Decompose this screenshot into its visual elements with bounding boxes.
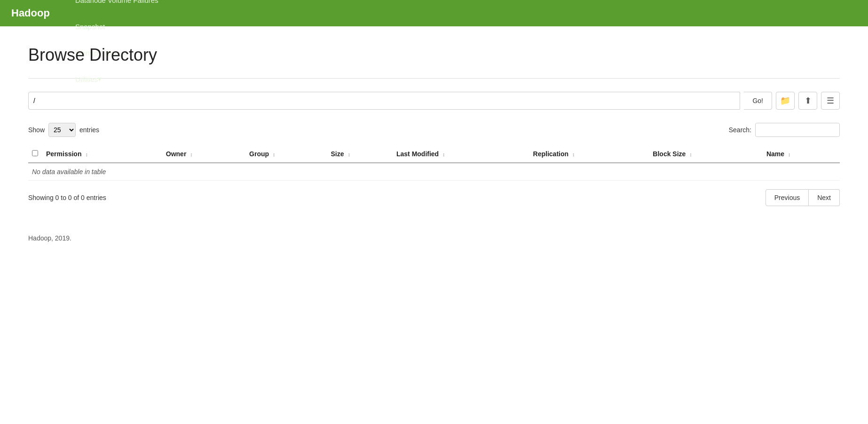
no-data-cell: No data available in table — [28, 163, 840, 181]
folder-button[interactable]: 📁 — [776, 92, 795, 110]
th-owner-label: Owner — [166, 150, 187, 158]
th-permission[interactable]: Permission ↕ — [42, 145, 162, 163]
sort-icon-name: ↕ — [788, 152, 791, 157]
footer: Hadoop, 2019. — [28, 234, 840, 242]
search-label: Search: — [729, 126, 751, 134]
th-last-modified[interactable]: Last Modified ↕ — [393, 145, 529, 163]
pagination-row: Showing 0 to 0 of 0 entries Previous Nex… — [28, 189, 840, 206]
brand-logo: Hadoop — [11, 7, 50, 19]
th-owner[interactable]: Owner ↕ — [162, 145, 245, 163]
showing-text: Showing 0 to 0 of 0 entries — [28, 194, 106, 201]
entries-select[interactable]: 102550100 — [48, 123, 76, 137]
navbar: Hadoop OverviewDatanodesDatanode Volume … — [0, 0, 868, 26]
main-content: Browse Directory Go! 📁 ⬆ ☰ Show 10255010… — [0, 26, 868, 270]
th-block-size-label: Block Size — [653, 150, 686, 158]
list-icon: ☰ — [827, 96, 834, 106]
nav-link-utilities[interactable]: Utilities ▾ — [67, 66, 167, 92]
page-title: Browse Directory — [28, 45, 840, 65]
entries-label: entries — [79, 126, 99, 134]
table-header: Permission ↕ Owner ↕ Group ↕ Size ↕ Last… — [28, 145, 840, 163]
th-size[interactable]: Size ↕ — [327, 145, 392, 163]
th-checkbox — [28, 145, 42, 163]
show-label: Show — [28, 126, 45, 134]
sort-icon-group: ↕ — [273, 152, 276, 157]
search-row: Search: — [729, 123, 840, 137]
select-all-checkbox[interactable] — [32, 150, 38, 156]
th-group-label: Group — [249, 150, 269, 158]
sort-icon-block-size: ↕ — [689, 152, 692, 157]
header-row: Permission ↕ Owner ↕ Group ↕ Size ↕ Last… — [28, 145, 840, 163]
next-button[interactable]: Next — [809, 189, 840, 206]
go-button[interactable]: Go! — [744, 92, 772, 110]
pagination-buttons: Previous Next — [765, 189, 840, 206]
th-block-size[interactable]: Block Size ↕ — [649, 145, 763, 163]
sort-icon-permission: ↕ — [85, 152, 88, 157]
th-name-label: Name — [766, 150, 784, 158]
sort-icon-last-modified: ↕ — [442, 152, 445, 157]
th-permission-label: Permission — [46, 150, 81, 158]
caret-icon: ▾ — [98, 75, 102, 83]
upload-icon: ⬆ — [805, 96, 812, 106]
no-data-row: No data available in table — [28, 163, 840, 181]
th-group[interactable]: Group ↕ — [245, 145, 327, 163]
th-size-label: Size — [331, 150, 344, 158]
th-last-modified-label: Last Modified — [396, 150, 439, 158]
controls-row: Show 102550100 entries Search: — [28, 123, 840, 137]
footer-text: Hadoop, 2019. — [28, 234, 71, 242]
directory-table: Permission ↕ Owner ↕ Group ↕ Size ↕ Last… — [28, 145, 840, 181]
upload-button[interactable]: ⬆ — [798, 92, 817, 110]
previous-button[interactable]: Previous — [765, 189, 809, 206]
table-body: No data available in table — [28, 163, 840, 181]
folder-icon: 📁 — [780, 96, 790, 106]
th-replication-label: Replication — [533, 150, 568, 158]
th-name[interactable]: Name ↕ — [763, 145, 840, 163]
th-replication[interactable]: Replication ↕ — [529, 145, 649, 163]
sort-icon-replication: ↕ — [572, 152, 575, 157]
nav-link-snapshot[interactable]: Snapshot — [67, 13, 167, 40]
path-input[interactable] — [28, 92, 740, 110]
nav-link-datanode-volume-failures[interactable]: Datanode Volume Failures — [67, 0, 167, 13]
show-entries: Show 102550100 entries — [28, 123, 99, 137]
search-input[interactable] — [755, 123, 840, 137]
path-bar: Go! 📁 ⬆ ☰ — [28, 92, 840, 110]
list-button[interactable]: ☰ — [821, 92, 840, 110]
sort-icon-owner: ↕ — [190, 152, 193, 157]
sort-icon-size: ↕ — [347, 152, 350, 157]
